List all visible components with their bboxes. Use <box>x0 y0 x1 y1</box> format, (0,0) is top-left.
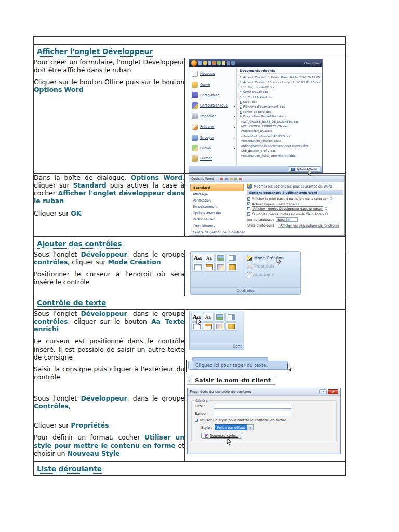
rich-text-content-control[interactable]: ⁞ Cliquez ici pour taper du texte. <box>188 361 288 370</box>
recent-document[interactable]: referentiel qetencesBAC PRO.doc <box>240 134 321 139</box>
menu-item-envoyer[interactable]: Envoyer▸ <box>189 132 236 142</box>
recent-document[interactable]: ordinogramme licenciement pour eleves.do… <box>240 144 321 149</box>
recent-document[interactable]: 511 Certif travail.doc <box>240 95 321 100</box>
color-scheme-select[interactable]: Bleu ▾ <box>276 217 298 222</box>
nav-item-personnaliser[interactable]: Personnaliser <box>189 216 245 222</box>
drag-handle-icon[interactable]: ⁞ <box>187 376 192 385</box>
redo-icon[interactable] <box>231 61 235 65</box>
menu-item-ouvrir[interactable]: Ouvrir <box>189 79 236 89</box>
style-label: Style : <box>201 425 212 430</box>
building-block-control-button[interactable] <box>215 263 226 272</box>
menu-item-enregistrer[interactable]: Enregistrer <box>189 90 236 100</box>
drag-handle-icon[interactable]: ⁞ <box>189 361 193 369</box>
close-button[interactable]: × <box>328 389 338 394</box>
plain-text-control-button[interactable]: Aa <box>204 254 215 262</box>
chevron-down-icon[interactable]: ▾ <box>286 218 291 221</box>
titre-label: Titre : <box>195 404 214 408</box>
options-main-panel: Modifier les options les plus courantes … <box>245 182 344 235</box>
print-icon[interactable] <box>208 61 211 65</box>
dropdown-list-control-button[interactable] <box>192 263 203 272</box>
quick-access-icon[interactable] <box>222 61 225 65</box>
help-button[interactable]: ? <box>319 389 327 394</box>
menu-item-enregistrer-sous[interactable]: Enregistrer sous▸ <box>189 100 236 111</box>
instruction-paragraph: Positionner le curseur à l'endroit où se… <box>34 270 184 286</box>
balise-input[interactable] <box>214 411 291 416</box>
instruction-paragraph: Pour définir un format, cocher Utiliser … <box>34 433 184 457</box>
undo-icon[interactable] <box>227 61 230 65</box>
screenshot-cell: Options Word Standard Affichage Vérifica… <box>185 174 346 237</box>
picture-control-button[interactable] <box>214 313 225 322</box>
menu-item-publier[interactable]: Publier▸ <box>189 143 236 153</box>
checkbox-icon[interactable]: ✓ <box>247 197 250 201</box>
rich-text-control-button[interactable]: Aa <box>191 313 202 322</box>
nav-item-affichage[interactable]: Affichage <box>189 191 245 197</box>
checkbox-icon[interactable]: ✓ <box>195 419 198 422</box>
client-name-content-control[interactable]: ⁞ Saisir le nom du client <box>187 376 275 385</box>
menu-item-imprimer[interactable]: Imprimer▸ <box>189 111 236 122</box>
recent-document[interactable]: 1Access_Dossier_5_Gerer_Base_Table_2 SV … <box>240 75 321 80</box>
quick-access-icon[interactable] <box>217 61 221 65</box>
date-picker-control-button[interactable] <box>204 263 215 272</box>
checkbox-fullscreen-attachments[interactable]: ✓ Ouvrir les pièces jointes en mode Plei… <box>247 211 343 217</box>
tooltip-style-select[interactable]: Afficher les descriptions de fonctionnal… <box>278 223 339 228</box>
recent-document[interactable]: Progression_NC.docx <box>240 129 321 134</box>
quick-access-icon[interactable] <box>212 61 216 65</box>
building-block-control-button[interactable] <box>214 322 225 331</box>
nav-item-enregistrement[interactable]: Enregistrement <box>189 204 245 210</box>
combo-box-control-button[interactable] <box>227 254 237 262</box>
checkbox-icon[interactable]: ✓ <box>247 212 250 216</box>
recent-document[interactable]: 9Proposition_Repartition.docx <box>240 114 321 119</box>
nav-item-confidentialite[interactable]: Centre de gestion de la confidentialité <box>189 229 245 235</box>
date-picker-control-button[interactable] <box>203 322 214 331</box>
nav-item-complements[interactable]: Compléments <box>189 223 245 229</box>
recent-document[interactable]: MOT_CROISE_CORRECTION.doc <box>240 124 321 129</box>
checkbox-mini-toolbar[interactable]: ✓ Afficher la mini barre d'outils lors d… <box>247 196 343 202</box>
recent-document[interactable]: Presentation_Suivi_administratif.doc <box>240 154 321 158</box>
titre-input[interactable] <box>214 404 291 409</box>
options-word-button[interactable]: Options Word <box>289 166 320 172</box>
menu-item-preparer[interactable]: Préparer▸ <box>189 122 236 132</box>
mode-creation-button[interactable]: Mode Création <box>246 254 299 262</box>
options-heading: Modifier les options les plus courantes … <box>254 184 333 189</box>
recent-document[interactable]: LRE_dossier_prof-2.doc <box>240 149 321 153</box>
recent-document[interactable]: 4Certif travail.doc <box>240 90 321 95</box>
printer-icon <box>192 113 198 119</box>
nouveau-style-button[interactable]: Nouveau style... <box>201 433 242 439</box>
style-select[interactable]: Police par défaut ▾ <box>215 424 254 430</box>
recent-document[interactable]: 2Access_Dossier_10_Import_export_SV_03 0… <box>240 80 321 85</box>
use-style-checkbox[interactable]: ✓ Utiliser un style pour mettre le conte… <box>195 418 333 422</box>
recent-document[interactable]: 6Sujet.doc <box>240 100 321 104</box>
picture-control-button[interactable] <box>215 254 226 262</box>
chevron-down-icon[interactable]: ▾ <box>247 424 254 430</box>
recent-document[interactable]: 8cahier de bord.doc <box>240 110 321 114</box>
instruction-cell: Sous l'onglet Développeur, dans le group… <box>34 310 185 462</box>
office-button-icon[interactable] <box>191 60 197 66</box>
controls-icon-grid: Aa Aa <box>192 254 242 287</box>
save-icon[interactable] <box>198 61 202 65</box>
general-group-label: Général <box>194 398 209 403</box>
open-icon[interactable] <box>203 61 207 65</box>
recent-document[interactable]: MOT_CROISE_BASE_DE_DONNEES.doc <box>240 119 321 124</box>
nav-item-standard[interactable]: Standard <box>190 184 244 191</box>
legacy-tools-button[interactable] <box>227 263 237 272</box>
checkbox-icon[interactable] <box>247 207 250 210</box>
recent-document[interactable]: Presentation_Mission.docx <box>240 139 321 143</box>
recent-document[interactable]: 311 Reçu solideTC.doc <box>240 85 321 90</box>
checkbox-icon[interactable]: ✓ <box>247 202 250 205</box>
menu-item-nouveau[interactable]: Nouveau <box>189 69 236 79</box>
instruction-paragraph: Saisir la consigne puis cliquer à l'exté… <box>34 365 184 381</box>
grouper-button[interactable]: Grouper ▾ <box>246 271 299 278</box>
plain-text-control-button[interactable]: Aa <box>203 313 214 322</box>
legacy-tools-button[interactable] <box>225 322 236 331</box>
proprietes-button[interactable]: Propriétés <box>246 262 299 270</box>
new-style-icon <box>205 434 208 438</box>
checkbox-developer-tab[interactable]: Afficher l'onglet Développeur dans le ru… <box>247 206 343 211</box>
menu-item-fermer[interactable]: Fermer <box>189 153 236 164</box>
nav-item-verification[interactable]: Vérification <box>189 197 245 204</box>
checkbox-live-preview[interactable]: ✓ Activer l'aperçu instantané <box>247 202 343 207</box>
rich-text-control-button[interactable]: Aa <box>192 254 203 262</box>
nav-item-options-avancees[interactable]: Options avancées <box>189 210 245 216</box>
combo-box-control-button[interactable] <box>225 313 236 322</box>
recent-document[interactable]: 7Planning d'avancement.doc <box>240 104 321 109</box>
chevron-down-icon: ▾ <box>272 273 274 276</box>
